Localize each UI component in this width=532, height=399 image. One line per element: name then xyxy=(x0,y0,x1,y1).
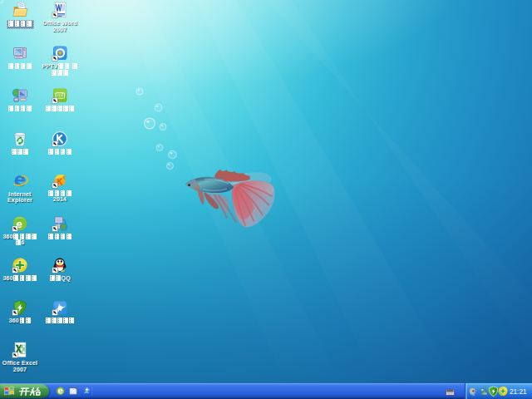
svg-text:21:21: 21:21 xyxy=(510,388,527,396)
